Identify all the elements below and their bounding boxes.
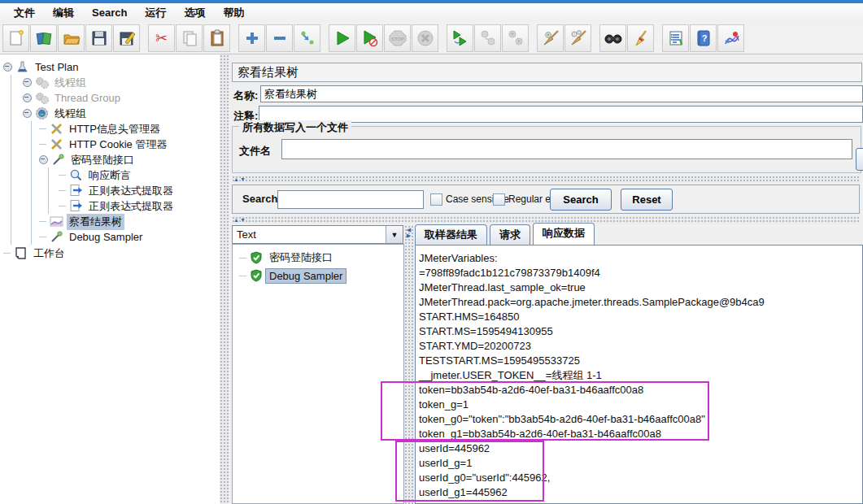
shutdown-button[interactable] (412, 24, 438, 52)
response-line: token_g=1 (419, 398, 862, 412)
tab-sampler-result[interactable]: 取样器结果 (415, 224, 487, 245)
name-input[interactable] (260, 85, 863, 102)
graph-results-button[interactable] (717, 24, 744, 52)
clear-all-button[interactable] (564, 24, 591, 52)
copy-button[interactable] (176, 24, 203, 52)
result-item-login[interactable]: 密码登陆接口 (239, 249, 403, 267)
render-type-value: Text (233, 228, 386, 241)
main-split-divider[interactable] (220, 54, 229, 504)
tab-request[interactable]: 请求 (490, 224, 530, 245)
tree-node-http-header-manager[interactable]: HTTP信息头管理器 (32, 121, 220, 137)
function-helper-button[interactable] (662, 24, 689, 52)
cut-button[interactable]: ✂ (148, 24, 175, 52)
response-line: userId_g1=445962 (419, 485, 862, 500)
response-line: START.YMD=20200723 (419, 339, 862, 354)
splitter-collapse-arrows-icon[interactable]: ◀ (407, 227, 412, 232)
splitter-collapse-arrows-icon[interactable]: ▲▼ (232, 217, 246, 223)
search-button[interactable]: Search (550, 189, 612, 211)
splitter-collapse-arrows-icon[interactable]: ▶ (407, 232, 412, 238)
tree-node-http-cookie-manager[interactable]: HTTP Cookie 管理器 (32, 137, 220, 152)
tree-node-debug-sampler[interactable]: Debug Sampler (32, 229, 220, 245)
filename-input[interactable] (281, 139, 852, 159)
response-line: START.HMS=164850 (419, 310, 862, 324)
expand-handle-icon[interactable] (23, 93, 32, 102)
results-tree-icon (50, 215, 63, 228)
remote-start-all-button[interactable] (447, 24, 473, 52)
remote-stop-all-button[interactable] (474, 24, 501, 52)
browse-file-button[interactable] (856, 148, 863, 171)
write-to-file-group-title: 所有数据写入一个文件 (239, 120, 351, 135)
case-sensitive-checkbox[interactable] (430, 193, 442, 206)
remote-shutdown-all-button[interactable] (502, 24, 529, 52)
reset-button[interactable]: Reset (621, 189, 673, 211)
paste-button[interactable] (203, 24, 230, 52)
clear-search-button[interactable] (627, 24, 654, 52)
start-icon (333, 29, 351, 47)
expand-handle-icon[interactable] (23, 78, 32, 87)
view-results-tree-panel: 察看结果树 名称: 注释: 所有数据写入一个文件 文件名 ▲▼ Search: … (229, 54, 863, 504)
menu-run[interactable]: 运行 (136, 4, 175, 22)
response-data-text[interactable]: JMeterVariables: =798ff89fadc1b121c79873… (415, 245, 863, 504)
clear-button[interactable] (537, 24, 564, 52)
jmeter-window: { "menu": { "items": [ {"label": "文件"}, … (0, 0, 863, 504)
graph-results-icon (722, 29, 740, 47)
plus-icon (243, 29, 261, 47)
help-button[interactable]: ? (690, 24, 717, 52)
search-label: Search: (242, 193, 281, 205)
test-plan-tree: Test Plan 线程组 Thread Group 线程组 HTTP信息头管理… (0, 54, 220, 504)
menu-help[interactable]: 帮助 (214, 4, 253, 22)
menu-file[interactable]: 文件 (5, 4, 44, 22)
tree-node-thread-group[interactable]: 线程组 (11, 106, 220, 121)
expand-handle-icon[interactable] (3, 63, 12, 72)
add-element-button[interactable] (238, 24, 265, 52)
tree-node-thread-group-disabled-2[interactable]: Thread Group (11, 90, 220, 106)
response-line: token_g1=bb3ab54b-a2d6-40ef-ba31-b46aaff… (419, 427, 862, 441)
toggle-button[interactable] (294, 24, 320, 52)
result-item-debug-sampler[interactable]: Debug Sampler (239, 267, 403, 285)
sampler-icon (51, 153, 65, 167)
start-no-timers-button[interactable] (356, 24, 383, 52)
tools-icon (50, 122, 63, 136)
render-type-dropdown[interactable]: Text ▼ (232, 225, 403, 244)
save-icon (90, 29, 108, 47)
stop-button[interactable]: STOP (384, 24, 411, 52)
templates-icon (35, 29, 53, 47)
tab-response-data[interactable]: 响应数据 (533, 223, 595, 245)
expand-handle-icon[interactable] (23, 109, 32, 118)
open-file-button[interactable] (58, 24, 85, 52)
response-line: userId=445962 (419, 441, 862, 456)
svg-text:STOP: STOP (390, 36, 403, 41)
open-folder-icon (63, 29, 81, 47)
start-button[interactable] (329, 24, 355, 52)
tree-node-workbench[interactable]: 工作台 (3, 245, 220, 261)
tree-node-regex-extractor-1[interactable]: 正则表达式提取器 (49, 183, 220, 198)
tree-node-login-sampler[interactable]: 密码登陆接口 (32, 152, 220, 167)
new-file-button[interactable] (2, 24, 29, 52)
shutdown-icon (416, 29, 434, 47)
tree-node-thread-group-disabled-1[interactable]: 线程组 (11, 75, 220, 90)
save-button[interactable] (85, 24, 112, 52)
tree-node-response-assertion[interactable]: 响应断言 (49, 167, 220, 183)
response-line: JMeterVariables: (419, 251, 862, 266)
menu-options[interactable]: 选项 (175, 4, 214, 22)
filename-label: 文件名 (239, 144, 271, 159)
help-icon: ? (695, 29, 713, 47)
tree-node-test-plan[interactable]: Test Plan (3, 59, 220, 75)
search-toolbar-button[interactable] (599, 24, 626, 52)
thread-group-disabled-icon (35, 76, 49, 89)
templates-button[interactable] (30, 24, 57, 52)
splitter-collapse-arrows-icon[interactable]: ▲▼ (232, 176, 246, 182)
remove-element-button[interactable] (266, 24, 293, 52)
tree-node-view-results-tree[interactable]: 察看结果树 (32, 214, 220, 229)
results-split-divider[interactable]: ◀ ▶ (404, 225, 414, 504)
search-input[interactable] (277, 190, 424, 209)
save-as-button[interactable] (113, 24, 140, 52)
regular-exp-checkbox[interactable] (493, 193, 505, 206)
menu-edit[interactable]: 编辑 (44, 4, 83, 22)
expand-handle-icon[interactable] (39, 155, 48, 164)
toolbar: ✂ STOP ? (0, 22, 863, 54)
tree-node-regex-extractor-2[interactable]: 正则表达式提取器 (49, 198, 220, 214)
menu-search[interactable]: Search (83, 5, 136, 20)
chevron-down-icon[interactable]: ▼ (386, 226, 403, 243)
horizontal-splitter[interactable]: ▲▼ (232, 176, 860, 183)
